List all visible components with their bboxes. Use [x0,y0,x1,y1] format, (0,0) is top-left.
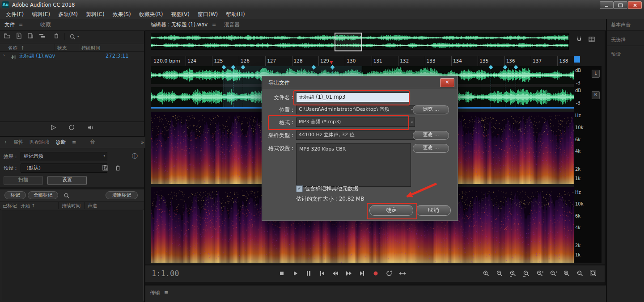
column-duration[interactable]: 持续时间 [81,45,100,51]
marker-list-body[interactable] [1,210,144,301]
tab-editor[interactable]: 编辑器 : 无标题 (1).wav [151,21,208,28]
close-button[interactable] [628,1,642,9]
include-metadata-label[interactable]: 包含标记和其他元数据 [305,185,358,193]
audio-marker[interactable] [491,67,491,107]
tab-mixer[interactable]: 混音器 [224,21,240,28]
tab-favorites[interactable]: 收藏 [40,21,51,28]
column-start[interactable]: 开始 [21,203,30,209]
skip-selection-button[interactable] [397,268,408,279]
files-column-headers[interactable]: 名称 ↑ 状态 持续时间 [0,44,144,52]
loop-playback-button[interactable] [384,268,394,279]
scan-button[interactable]: 扫描 [4,176,43,185]
preview-loop-button[interactable] [68,124,75,133]
audio-marker[interactable] [243,67,243,107]
column-status[interactable]: 状态 [57,45,67,51]
fast-forward-button[interactable] [343,268,354,279]
ok-button[interactable]: 确定 [369,205,413,216]
audio-marker[interactable] [224,67,224,107]
menu-item-favorites[interactable]: 收藏夹(R) [135,10,167,19]
cancel-button[interactable]: 取消 [416,205,451,216]
zoom-out-amplitude-button[interactable] [548,268,559,279]
record-button[interactable] [370,268,381,279]
zoom-in-button[interactable] [481,268,491,279]
column-channel[interactable]: 声道 [88,203,97,209]
menu-item-window[interactable]: 窗口(W) [194,10,222,19]
delete-file-button[interactable] [53,32,60,41]
import-file-button[interactable] [15,32,22,41]
stop-button[interactable] [276,268,287,279]
change-format-settings-button[interactable]: 更改 ... [413,144,449,153]
expand-chevron-icon[interactable]: › [3,53,5,58]
include-metadata-checkbox[interactable]: ✓ [296,185,303,192]
panel-menu-icon[interactable]: ≡ [212,22,216,28]
zoom-full-button[interactable] [588,268,599,279]
audio-marker[interactable] [516,67,516,107]
delete-preset-icon[interactable] [114,164,121,173]
timeline-ruler[interactable]: 120.0 bpm 124125126127128129130131132133… [151,56,574,67]
browse-button[interactable]: 浏览 ... [413,105,449,114]
rewind-button[interactable] [330,268,341,279]
channel-left-button[interactable]: L [592,70,600,78]
column-name[interactable]: 名称 [8,45,17,51]
menu-item-view[interactable]: 视图(V) [167,10,194,19]
preview-volume-button[interactable] [87,124,95,133]
settings-button[interactable]: 设置 [47,176,87,185]
menu-item-file[interactable]: 文件(F) [2,10,28,19]
preview-play-button[interactable] [50,124,56,133]
save-preset-icon[interactable] [102,164,109,173]
menu-item-help[interactable]: 帮助(H) [222,10,249,19]
tab-properties[interactable]: 属性 [13,139,24,146]
play-button[interactable] [290,268,301,279]
column-duration2[interactable]: 持续时间 [62,203,80,209]
format-dropdown[interactable]: MP3 音频 (*.mp3) ▾ [296,117,415,127]
audio-marker[interactable] [505,67,505,107]
menu-item-effects[interactable]: 效果(S) [109,10,135,19]
effect-dropdown[interactable]: 标记音频▾ [21,152,107,161]
zoom-selection-edge-button[interactable] [575,268,585,279]
zoom-in-amplitude-button[interactable] [534,268,545,279]
timeline-scroll-thumb[interactable] [574,56,580,63]
change-sample-type-button[interactable]: 更改 ... [413,131,449,140]
audio-marker[interactable] [233,67,233,107]
search-markers-icon[interactable] [64,192,70,201]
title-bar[interactable]: Au Adobe Audition CC 2018 [0,0,644,10]
zoom-in-time-button[interactable] [508,268,518,279]
channel-right-button[interactable]: R [592,91,600,99]
tab-files[interactable]: 文件 [4,21,15,28]
zoom-to-selection-button[interactable] [561,268,572,279]
panel-menu-icon[interactable]: ≡ [164,289,168,295]
menu-item-multitrack[interactable]: 多轨(M) [54,10,82,19]
dialog-title-bar[interactable]: 导出文件 × [262,76,458,88]
tab-match-loudness[interactable]: 匹配响度 [30,139,50,146]
tab-amplitude[interactable]: 音 [90,139,95,146]
zoom-out-time-button[interactable] [521,268,532,279]
marker-list-headers[interactable]: 已标记 开始 ↑ 持续时间 声道 [0,201,144,210]
dialog-close-button[interactable]: × [440,78,454,87]
skip-to-start-button[interactable] [317,268,327,279]
playhead-marker[interactable] [330,61,333,64]
mark-all-button[interactable]: 全部标记 [28,191,58,199]
mark-button[interactable]: 标记 [4,191,26,199]
minimize-button[interactable] [600,1,614,9]
file-list-row[interactable]: › 无标题 (1).wav 272:3:11 [0,52,144,60]
filename-input[interactable]: 无标题 (1)_01.mp3 [296,92,410,102]
zoom-out-button[interactable] [494,268,505,279]
column-marked[interactable]: 已标记 [3,203,17,209]
menu-item-clip[interactable]: 剪辑(C) [82,10,109,19]
clear-marks-button[interactable]: 清除标记 [106,191,138,199]
grid-view-icon[interactable] [588,36,595,45]
new-file-button[interactable] [27,32,34,41]
panel-menu-icon[interactable]: ≡ [19,22,23,28]
search-files-button[interactable]: ▾ [69,34,79,40]
pause-button[interactable] [303,268,314,279]
transport-panel-title[interactable]: 传输 [150,289,160,296]
skip-to-end-button[interactable] [357,268,368,279]
panel-menu-icon[interactable]: ≡ [72,139,76,145]
location-dropdown[interactable]: C:\Users\Administrator\Desktop\ 音频 ▾ [296,105,415,114]
tab-overflow-icon[interactable]: » [141,139,144,146]
preset-dropdown[interactable]: （默认）▾ [21,164,107,173]
overview-range-indicator[interactable] [335,33,362,51]
maximize-button[interactable] [614,1,627,9]
magnet-snap-icon[interactable] [576,36,583,45]
info-icon[interactable]: ⓘ [132,152,138,160]
